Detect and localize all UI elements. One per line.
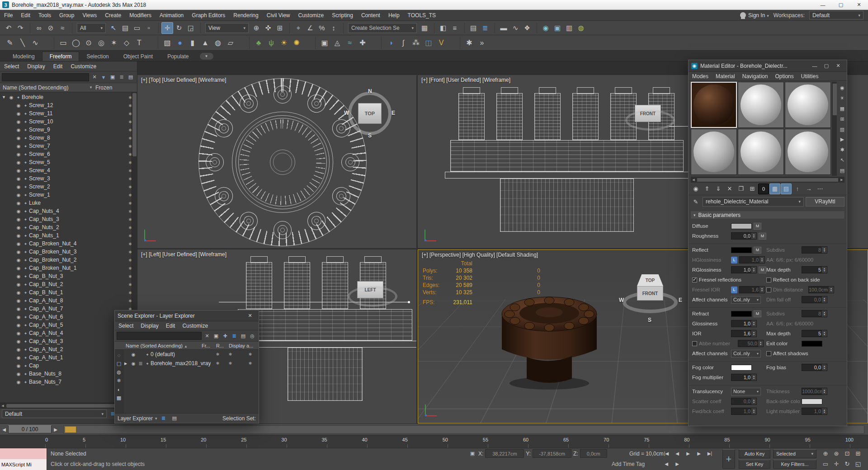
- visibility-icon[interactable]: [15, 257, 22, 263]
- menu-item[interactable]: Content: [357, 12, 384, 19]
- material-editor-menu-item[interactable]: Utilities: [797, 72, 822, 80]
- visibility-icon[interactable]: [15, 297, 22, 304]
- select-all-icon[interactable]: ≣: [117, 73, 126, 82]
- display-color-icon[interactable]: ▩: [115, 394, 123, 402]
- time-slider-track[interactable]: [63, 425, 864, 434]
- visibility-icon[interactable]: [15, 102, 22, 108]
- assign-to-selection-icon[interactable]: ⇓: [713, 183, 724, 194]
- toggle-layer-explorer-icon[interactable]: ≣: [479, 22, 491, 34]
- curve-editor-icon[interactable]: ∿: [509, 22, 521, 34]
- close-icon[interactable]: ✕: [832, 63, 844, 69]
- named-selection-set-field[interactable]: Create Selection Se: [348, 23, 417, 33]
- light-icon[interactable]: ✺: [290, 37, 303, 49]
- object-name[interactable]: Cap_A_Nut_8: [29, 297, 123, 304]
- viewport-label[interactable]: [+] [Front] [User Defined] [Wireframe]: [421, 77, 510, 83]
- filter-icon[interactable]: ▼: [99, 73, 108, 82]
- put-to-scene-icon[interactable]: ⇑: [702, 183, 712, 194]
- scene-object-row[interactable]: Cap_B_Nut_2: [0, 280, 137, 288]
- visibility-icon[interactable]: [15, 135, 22, 141]
- visibility-icon[interactable]: [15, 249, 22, 255]
- viewcube-front-face[interactable]: FRONT: [637, 286, 663, 301]
- collapse-all-icon[interactable]: ▤: [239, 331, 248, 340]
- rendered-frame-icon[interactable]: ▥: [563, 22, 575, 34]
- zoom-region-icon[interactable]: ▭: [820, 459, 831, 469]
- put-to-library-icon[interactable]: ⊞: [747, 183, 758, 194]
- orbit-icon[interactable]: ↻: [842, 459, 853, 469]
- object-name[interactable]: Cap_A_Nut_4: [29, 330, 123, 336]
- visibility-icon[interactable]: [15, 330, 22, 336]
- map-button[interactable]: M: [754, 310, 761, 317]
- scene-object-row[interactable]: Screw_5: [0, 158, 137, 166]
- object-name[interactable]: Borehole: [22, 94, 123, 100]
- window-crossing-icon[interactable]: ▫: [143, 22, 155, 34]
- map-button[interactable]: M: [754, 223, 761, 230]
- zoom-extents-all-icon[interactable]: ⊞: [853, 449, 863, 458]
- key-selection-dropdown[interactable]: Selected: [773, 449, 816, 458]
- menu-item[interactable]: Help: [384, 12, 404, 19]
- reference-coordinate-dropdown[interactable]: View: [205, 23, 249, 33]
- rollout-header[interactable]: Basic parameters: [690, 211, 845, 219]
- compass-north[interactable]: N: [368, 88, 372, 94]
- visibility-icon[interactable]: [15, 151, 22, 157]
- visibility-icon[interactable]: [15, 379, 22, 385]
- scene-object-row[interactable]: Luke: [0, 199, 137, 207]
- name-column-header[interactable]: Name (Sorted Descending): [3, 85, 89, 91]
- maximize-viewport-icon[interactable]: ◱: [853, 459, 863, 469]
- mirror-icon[interactable]: ◧: [437, 22, 449, 34]
- maxscript-label[interactable]: MAXScript Mi: [0, 459, 47, 470]
- select-invert-icon[interactable]: ▤: [126, 73, 135, 82]
- value-spinner[interactable]: 1,0: [731, 374, 757, 381]
- map-button[interactable]: M: [759, 233, 766, 240]
- object-name[interactable]: Screw_9: [29, 127, 123, 133]
- scene-object-row[interactable]: Cap_Broken_Nut_1: [0, 264, 137, 272]
- object-name[interactable]: Cap_Broken_Nut_3: [29, 249, 123, 255]
- menu-item[interactable]: Animation: [156, 12, 188, 19]
- unlink-selection-icon[interactable]: ⊘: [45, 22, 57, 34]
- visibility-icon[interactable]: [15, 265, 22, 271]
- value-spinner[interactable]: 1,0: [731, 408, 757, 415]
- helper-icon[interactable]: ✚: [356, 37, 369, 49]
- search-input[interactable]: [117, 332, 202, 340]
- visibility-icon[interactable]: [15, 371, 22, 377]
- select-by-name-icon[interactable]: ▤: [119, 22, 131, 34]
- donut-icon[interactable]: ◎: [95, 37, 108, 49]
- scene-object-row[interactable]: Cap_B_Nut_1: [0, 288, 137, 296]
- scene-object-row[interactable]: Screw_7: [0, 142, 137, 150]
- visibility-icon[interactable]: [15, 289, 22, 296]
- value-spinner[interactable]: 1,0: [731, 266, 757, 273]
- explorer-column-header[interactable]: Name (Sorted Ascending) ▲ Fr... R... Dis…: [115, 342, 259, 350]
- scene-object-row[interactable]: Screw_10: [0, 118, 137, 126]
- active-layer-dropdown[interactable]: Default: [2, 409, 107, 418]
- map-button[interactable]: M: [759, 267, 766, 273]
- current-frame-readout[interactable]: 0 / 100: [8, 425, 52, 433]
- visibility-icon[interactable]: [15, 183, 22, 190]
- visibility-icon[interactable]: [15, 354, 22, 361]
- show-end-result-icon[interactable]: ▤: [781, 183, 792, 194]
- visibility-icon[interactable]: [130, 351, 137, 357]
- object-name[interactable]: Screw_11: [29, 110, 123, 117]
- key-filters-button[interactable]: Key Filters...: [773, 460, 816, 469]
- compass-south[interactable]: S: [648, 317, 651, 323]
- select-and-rotate-icon[interactable]: ↻: [173, 22, 185, 34]
- viewcube-face[interactable]: LEFT: [357, 281, 383, 298]
- parameter-dropdown[interactable]: Col..nly: [731, 296, 761, 304]
- value-spinner[interactable]: 0,0: [731, 232, 757, 240]
- visibility-icon[interactable]: [15, 175, 22, 182]
- visibility-icon[interactable]: [15, 322, 22, 328]
- ribbon-tab[interactable]: Selection: [79, 52, 116, 61]
- visibility-icon[interactable]: [15, 143, 22, 149]
- angle-snap-icon[interactable]: ∠: [304, 22, 316, 34]
- scene-object-row[interactable]: Borehole: [0, 93, 137, 101]
- grass-icon[interactable]: ψ: [265, 37, 278, 49]
- material-sample-slot[interactable]: [738, 82, 784, 128]
- viewport-label[interactable]: [+] [Left] [User Defined] [Wireframe]: [141, 251, 226, 258]
- material-sample-slot[interactable]: [785, 129, 831, 175]
- value-spinner[interactable]: 1000,0cm: [802, 388, 827, 395]
- value-spinner[interactable]: 50,0: [738, 340, 764, 347]
- spline-icon[interactable]: ∿: [29, 37, 42, 49]
- sample-type-icon[interactable]: ◉: [838, 83, 847, 93]
- teapot-icon[interactable]: ◍: [212, 37, 224, 49]
- display-freeze-icon[interactable]: ❄: [115, 376, 123, 385]
- visibility-icon[interactable]: [15, 127, 22, 133]
- explorer-menu-item[interactable]: Customize: [66, 61, 100, 71]
